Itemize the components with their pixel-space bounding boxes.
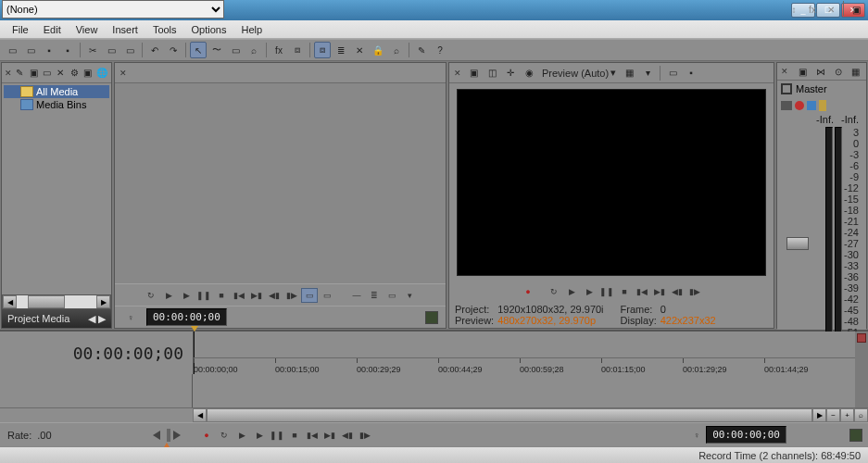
scroll-left-button[interactable]: ◀ — [193, 408, 207, 422]
fit-to-fill-button[interactable]: ▭ — [319, 288, 335, 303]
tree-item-media-bins[interactable]: Media Bins — [4, 98, 109, 111]
lock-envelopes-button[interactable]: 🔒 — [370, 42, 386, 58]
loop-button[interactable]: ↻ — [216, 428, 233, 443]
remove-media-button[interactable]: ✕ — [55, 65, 67, 81]
tree-item-all-media[interactable]: All Media — [4, 85, 109, 98]
event-fx-button[interactable]: fx — [270, 42, 287, 58]
next-frame-button[interactable]: ▮▶ — [283, 288, 300, 303]
scroll-thumb[interactable] — [28, 295, 65, 308]
stop-button[interactable]: ■ — [286, 428, 303, 443]
add-to-timeline-button[interactable]: ▭ — [301, 288, 318, 303]
track-header-area[interactable] — [0, 374, 193, 407]
next-frame-button[interactable]: ▮▶ — [686, 284, 703, 299]
media-props-button[interactable]: ⚙ — [69, 65, 81, 81]
overlays-button[interactable]: ▦ — [621, 65, 637, 81]
selection-tool[interactable]: ▭ — [227, 42, 244, 58]
properties-button[interactable]: ▪ — [59, 42, 76, 58]
menu-tools[interactable]: Tools — [145, 22, 184, 37]
menu-view[interactable]: View — [69, 22, 106, 37]
automation-button[interactable] — [795, 101, 804, 110]
downmix-button[interactable]: ▣ — [796, 63, 811, 80]
undo-button[interactable]: ↶ — [146, 42, 163, 58]
bus-button[interactable] — [781, 101, 792, 110]
copy-button[interactable]: ▭ — [103, 42, 120, 58]
insert-bus-button[interactable]: ⊙ — [831, 63, 846, 80]
prev-frame-button[interactable]: ◀▮ — [266, 288, 283, 303]
mixer-props-button[interactable]: ▦ — [849, 63, 863, 80]
stop-button[interactable]: ■ — [616, 284, 633, 299]
timeline-thumbnail[interactable] — [849, 429, 862, 442]
timeline-timecode-display[interactable]: 00:00:00;00 — [73, 344, 183, 363]
prev-frame-button[interactable]: ◀▮ — [339, 428, 356, 443]
open-button[interactable]: ▭ — [22, 42, 39, 58]
trimmer-thumbnail[interactable] — [425, 311, 438, 324]
help-button[interactable]: ? — [432, 42, 448, 58]
panel-close-icon[interactable]: ✕ — [118, 68, 129, 79]
go-end-button[interactable]: ▶▮ — [321, 428, 338, 443]
auto-crossfade-button[interactable]: ✕ — [351, 42, 368, 58]
get-photo-button[interactable]: ▭ — [41, 65, 53, 81]
trimmer-view-button[interactable]: ▣ — [848, 1, 864, 18]
auto-ripple-button[interactable]: ≣ — [333, 42, 349, 58]
redo-button[interactable]: ↷ — [165, 42, 182, 58]
stop-button[interactable]: ■ — [213, 288, 230, 303]
split-screen-button[interactable]: ✛ — [502, 65, 519, 81]
master-fader[interactable] — [786, 237, 809, 250]
go-start-button[interactable]: ▮◀ — [304, 428, 321, 443]
media-tree[interactable]: All Media Media Bins — [2, 83, 111, 294]
zoom-fit-button[interactable]: ⌕ — [854, 408, 868, 422]
toggle-marker-button[interactable]: — — [348, 288, 365, 303]
cut-button[interactable]: ✂ — [84, 42, 101, 58]
track-content-area[interactable] — [193, 374, 855, 407]
marker-icon[interactable]: ♀ — [122, 310, 139, 325]
menu-edit[interactable]: Edit — [36, 22, 69, 37]
pause-button[interactable]: ❚❚ — [269, 428, 285, 443]
save-snapshot-button[interactable]: ▪ — [683, 65, 699, 81]
menu-options[interactable]: Options — [184, 22, 234, 37]
menu-help[interactable]: Help — [233, 22, 270, 37]
preview-display[interactable] — [457, 89, 766, 276]
scroll-thumb[interactable] — [207, 408, 812, 422]
trimmer-sort-button[interactable]: ↕ — [786, 1, 802, 18]
trimmer-remove-button[interactable]: ✕ — [823, 1, 839, 18]
media-fx-button[interactable]: ▣ — [82, 65, 94, 81]
external-monitor-button[interactable]: ▣ — [465, 65, 482, 81]
prev-frame-button[interactable]: ◀▮ — [669, 284, 686, 299]
play-from-start-button[interactable]: ▶ — [233, 428, 250, 443]
trimmer-media-select[interactable]: (None) — [2, 0, 224, 19]
generator-button[interactable]: ⧈ — [289, 42, 306, 58]
panel-close-icon[interactable]: ✕ — [452, 68, 463, 79]
trimmer-display[interactable] — [115, 83, 446, 283]
video-output-fx-button[interactable]: ◫ — [484, 65, 500, 81]
new-button[interactable]: ▭ — [4, 42, 20, 58]
position-marker-icon[interactable]: ♀ — [688, 428, 705, 443]
trim-more-button[interactable]: ▾ — [401, 288, 418, 303]
search-web-button[interactable]: 🌐 — [95, 65, 108, 81]
panel-close-icon[interactable]: ✕ — [5, 68, 12, 79]
go-start-button[interactable]: ▮◀ — [231, 288, 247, 303]
loop-button[interactable]: ↻ — [143, 288, 159, 303]
enable-snapping-button[interactable]: ⧈ — [314, 42, 331, 58]
zoom-in-button[interactable]: + — [840, 408, 854, 422]
play-from-start-button[interactable]: ▶ — [178, 288, 195, 303]
loop-button[interactable]: ↻ — [546, 284, 562, 299]
normal-edit-tool[interactable]: ↖ — [190, 42, 207, 58]
play-button[interactable]: ▶ — [160, 288, 177, 303]
pause-button[interactable]: ❚❚ — [195, 288, 212, 303]
project-media-tab[interactable]: Project Media ◀ ▶ — [2, 309, 111, 328]
master-fx-button[interactable] — [807, 101, 816, 110]
menu-file[interactable]: File — [5, 22, 36, 37]
copy-snapshot-button[interactable]: ▭ — [664, 65, 681, 81]
go-end-button[interactable]: ▶▮ — [248, 288, 265, 303]
pause-button[interactable]: ❚❚ — [598, 284, 615, 299]
zoom-tool[interactable]: ⌕ — [245, 42, 262, 58]
play-button[interactable]: ▶ — [251, 428, 268, 443]
dim-button[interactable]: ⋈ — [813, 63, 828, 80]
timeline-hscroll[interactable]: ◀ ▶ − + ⌕ — [193, 408, 868, 422]
project-media-hscroll[interactable]: ◀ ▶ — [2, 294, 111, 309]
record-button[interactable]: ● — [198, 428, 215, 443]
tab-nav[interactable]: ◀ ▶ — [88, 313, 106, 325]
ignore-grouping-button[interactable]: ⌕ — [388, 42, 405, 58]
go-start-button[interactable]: ▮◀ — [634, 284, 650, 299]
paste-button[interactable]: ▭ — [121, 42, 138, 58]
